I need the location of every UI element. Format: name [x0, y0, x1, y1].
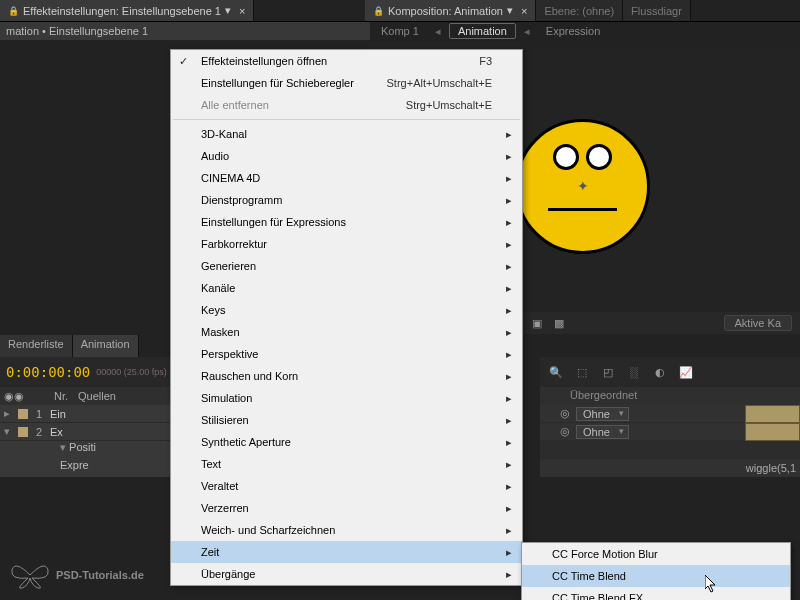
menu-item-category[interactable]: Synthetic Aperture▸ — [171, 431, 522, 453]
submenu-arrow-icon: ▸ — [506, 238, 512, 251]
menu-item[interactable]: Einstellungen für SchiebereglerStrg+Alt+… — [171, 72, 522, 94]
menu-item-label: Keys — [201, 304, 225, 316]
menu-item-category[interactable]: Stilisieren▸ — [171, 409, 522, 431]
transparency-grid-icon[interactable]: ▩ — [551, 315, 567, 331]
submenu-arrow-icon: ▸ — [506, 194, 512, 207]
menu-item-category[interactable]: Audio▸ — [171, 145, 522, 167]
layer-row-1[interactable]: ▸ 1 Ein — [0, 405, 170, 423]
parent-dropdown[interactable]: Ohne — [576, 425, 629, 439]
graph-editor-icon[interactable]: 📈 — [676, 362, 696, 382]
menu-item-category[interactable]: Einstellungen für Expressions▸ — [171, 211, 522, 233]
pickwhip-icon[interactable]: ◎ — [560, 407, 570, 420]
camera-dropdown[interactable]: Aktive Ka — [724, 315, 792, 331]
submenu-arrow-icon: ▸ — [506, 150, 512, 163]
tab-menu-arrow[interactable]: ▾ — [507, 4, 513, 17]
timecode-display[interactable]: 0:00:00:00 00000 (25.00 fps) — [0, 357, 170, 387]
layer-row-2[interactable]: ▾ 2 Ex — [0, 423, 170, 441]
submenu-arrow-icon: ▸ — [506, 480, 512, 493]
menu-item-label: Audio — [201, 150, 229, 162]
submenu-arrow-icon: ▸ — [506, 304, 512, 317]
crumb-animation[interactable]: Animation — [449, 23, 516, 39]
menu-item-category[interactable]: Farbkorrektur▸ — [171, 233, 522, 255]
menu-item-category[interactable]: Simulation▸ — [171, 387, 522, 409]
tab-menu-arrow[interactable]: ▾ — [225, 4, 231, 17]
pickwhip-icon[interactable]: ◎ — [560, 425, 570, 438]
av-toggle-header: ◉◉ — [4, 390, 44, 403]
expression-text[interactable]: wiggle(5,1 — [540, 459, 800, 477]
menu-item-category[interactable]: CINEMA 4D▸ — [171, 167, 522, 189]
smiley-shape: ✦ — [515, 119, 650, 254]
twirl-icon[interactable]: ▾ — [60, 441, 66, 453]
crumb-komp1[interactable]: Komp 1 — [373, 24, 427, 38]
flowchart-tab[interactable]: Flussdiagr — [623, 0, 691, 21]
menu-item[interactable]: ✓Effekteinstellungen öffnenF3 — [171, 50, 522, 72]
twirl-icon[interactable]: ▾ — [4, 425, 14, 438]
menu-item-category[interactable]: Zeit▸ — [171, 541, 522, 563]
menu-separator — [173, 119, 520, 120]
menu-item-category[interactable]: 3D-Kanal▸ — [171, 123, 522, 145]
menu-item-label: Einstellungen für Expressions — [201, 216, 346, 228]
menu-item-category[interactable]: Übergänge▸ — [171, 563, 522, 585]
label-color[interactable] — [18, 409, 28, 419]
submenu-arrow-icon: ▸ — [506, 260, 512, 273]
crumb-expression[interactable]: Expression — [538, 24, 608, 38]
submenu-arrow-icon: ▸ — [506, 392, 512, 405]
motion-blur-icon[interactable]: ◐ — [650, 362, 670, 382]
layer-tab[interactable]: Ebene: (ohne) — [536, 0, 623, 21]
layer-bar-1[interactable] — [745, 405, 800, 423]
menu-item-label: Zeit — [201, 546, 219, 558]
composition-tab[interactable]: 🔒 Komposition: Animation ▾ × — [365, 0, 536, 21]
submenu-arrow-icon: ▸ — [506, 458, 512, 471]
menu-item-label: Alle entfernen — [201, 99, 269, 111]
menu-item-label: Text — [201, 458, 221, 470]
close-icon[interactable]: × — [521, 5, 527, 17]
parent-dropdown[interactable]: Ohne — [576, 407, 629, 421]
comp-flowchart-icon[interactable]: ⬚ — [572, 362, 592, 382]
submenu-item[interactable]: CC Time Blend FX — [522, 587, 790, 600]
menu-item-label: Generieren — [201, 260, 256, 272]
submenu-item[interactable]: CC Time Blend — [522, 565, 790, 587]
expression-property[interactable]: Expre — [0, 459, 170, 477]
menu-item-category[interactable]: Rauschen und Korn▸ — [171, 365, 522, 387]
menu-item-label: CC Time Blend — [552, 570, 626, 582]
submenu-arrow-icon: ▸ — [506, 282, 512, 295]
menu-item-category[interactable]: Kanäle▸ — [171, 277, 522, 299]
roi-icon[interactable]: ▣ — [529, 315, 545, 331]
menu-item-category[interactable]: Dienstprogramm▸ — [171, 189, 522, 211]
twirl-icon[interactable]: ▸ — [4, 407, 14, 420]
label-color[interactable] — [18, 427, 28, 437]
menu-item-label: CINEMA 4D — [201, 172, 260, 184]
menu-item-category[interactable]: Keys▸ — [171, 299, 522, 321]
menu-item-category[interactable]: Veraltet▸ — [171, 475, 522, 497]
menu-item-category[interactable]: Perspektive▸ — [171, 343, 522, 365]
position-property[interactable]: ▾ Positi — [0, 441, 170, 459]
frame-blend-icon[interactable]: ░ — [624, 362, 644, 382]
menu-item-label: Verzerren — [201, 502, 249, 514]
close-icon[interactable]: × — [239, 5, 245, 17]
submenu-arrow-icon: ▸ — [506, 502, 512, 515]
layer-bar-2[interactable] — [745, 423, 800, 441]
composition-breadcrumb: Komp 1 ◂ Animation ◂ Expression — [365, 22, 800, 40]
menu-item-category[interactable]: Masken▸ — [171, 321, 522, 343]
menu-item-label: 3D-Kanal — [201, 128, 247, 140]
tab-label: Effekteinstellungen: Einstellungsebene 1 — [23, 5, 221, 17]
search-icon[interactable]: 🔍 — [546, 362, 566, 382]
layer-column-headers: ◉◉ Nr. Quellen — [0, 387, 170, 405]
menu-item-label: Übergänge — [201, 568, 255, 580]
submenu-arrow-icon: ▸ — [506, 216, 512, 229]
menu-item-category[interactable]: Weich- und Scharfzeichnen▸ — [171, 519, 522, 541]
menu-shortcut: F3 — [479, 55, 492, 67]
submenu-arrow-icon: ▸ — [506, 414, 512, 427]
animation-timeline-tab[interactable]: Animation — [73, 335, 139, 357]
menu-item-category[interactable]: Verzerren▸ — [171, 497, 522, 519]
submenu-arrow-icon: ▸ — [506, 348, 512, 361]
render-queue-tab[interactable]: Renderliste — [0, 335, 73, 357]
effect-settings-tab[interactable]: 🔒 Effekteinstellungen: Einstellungsebene… — [0, 0, 254, 21]
menu-item-category[interactable]: Generieren▸ — [171, 255, 522, 277]
submenu-item[interactable]: CC Force Motion Blur — [522, 543, 790, 565]
check-icon: ✓ — [179, 55, 188, 68]
menu-item-category[interactable]: Text▸ — [171, 453, 522, 475]
menu-item-label: CC Force Motion Blur — [552, 548, 658, 560]
draft3d-icon[interactable]: ◰ — [598, 362, 618, 382]
tab-label: Flussdiagr — [631, 5, 682, 17]
